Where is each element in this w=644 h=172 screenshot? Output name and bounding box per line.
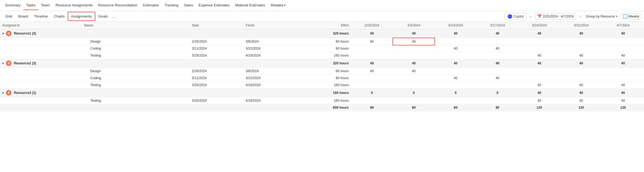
task-date-0-2-0 [351, 52, 393, 59]
header-date-4: 3/24/2024 [518, 22, 560, 29]
resource-name-2: Resource3 (1) [14, 91, 36, 95]
task-date-2-0-0 [351, 97, 393, 104]
task-date-1-2-2 [435, 82, 477, 89]
total-date-5: 120 [560, 104, 602, 111]
subnav-timeline[interactable]: Timeline [31, 12, 51, 21]
task-date-0-1-5 [560, 45, 602, 52]
table-header-row: Assigned to Name Start Finish Effort 2/2… [0, 22, 644, 29]
group-row: ▾ R Resource1 (3) 320 hours 404040404040… [0, 29, 644, 38]
task-effort-0-0: 80 hours [297, 38, 351, 45]
task-date-1-2-3 [477, 82, 519, 89]
resource-badge-2: R [6, 90, 11, 96]
task-assigned-2-0 [0, 97, 82, 104]
task-name-1-1[interactable]: Coding [82, 75, 189, 82]
group-date-0-4: 40 [518, 29, 560, 38]
task-date-2-0-4: 40 [518, 97, 560, 104]
group-date-2-5: 40 [560, 89, 602, 97]
nav-expense-estimates[interactable]: Expense Estimates [196, 1, 232, 10]
task-date-1-0-5 [560, 68, 602, 75]
subnav-board[interactable]: Board [15, 12, 31, 21]
total-row: 800 hours 80808080120120120 [0, 104, 644, 111]
resource-label-0[interactable]: ▾ R Resource1 (3) [0, 29, 82, 38]
task-date-0-0-1[interactable]: 40 [393, 38, 435, 45]
collapse-icon[interactable]: ▾ [2, 32, 4, 35]
total-date-0: 80 [351, 104, 393, 111]
group-date-0-3: 40 [477, 29, 519, 38]
nav-summary[interactable]: Summary [2, 1, 23, 10]
task-name-0-0[interactable]: Design [82, 38, 189, 45]
task-assigned-0-0 [0, 38, 82, 45]
task-date-2-0-6: 40 [602, 97, 644, 104]
task-date-1-1-1 [393, 75, 435, 82]
task-date-0-2-6: 40 [602, 52, 644, 59]
prev-date-button[interactable]: ‹ [528, 13, 533, 20]
nav-resource-reconciliation[interactable]: Resource Reconciliation [96, 1, 140, 10]
task-effort-1-0: 80 hours [297, 68, 351, 75]
task-date-1-0-4 [518, 68, 560, 75]
resource-label-1[interactable]: ▾ R Resource2 (3) [0, 59, 82, 68]
nav-sales[interactable]: Sales [181, 1, 196, 10]
subnav-assignments[interactable]: Assignments [68, 12, 95, 21]
group-name-2 [82, 89, 189, 97]
collapse-icon[interactable]: ▾ [2, 91, 4, 95]
nav-team[interactable]: Team [38, 1, 53, 10]
resource-name-0: Resource1 (3) [14, 32, 36, 35]
task-date-1-2-5: 40 [560, 82, 602, 89]
task-date-2-0-5: 40 [560, 97, 602, 104]
group-date-1-3: 40 [477, 59, 519, 68]
task-name-2-0[interactable]: Testing [82, 97, 189, 104]
task-date-0-2-4: 40 [518, 52, 560, 59]
task-date-1-1-6 [602, 75, 644, 82]
table-row: Coding 3/11/2024 3/22/2024 80 hours 4040 [0, 45, 644, 52]
collapse-icon[interactable]: ▾ [2, 62, 4, 65]
next-date-button[interactable]: › [578, 13, 582, 20]
header-date-2: 3/10/2024 [435, 22, 477, 29]
group-date-0-5: 40 [560, 29, 602, 38]
table-row: Coding 3/11/2024 3/22/2024 80 hours 4040 [0, 75, 644, 82]
task-date-0-1-2: 40 [435, 45, 477, 52]
group-date-2-1: 0 [393, 89, 435, 97]
resource-label-2[interactable]: ▾ R Resource3 (1) [0, 89, 82, 97]
group-name-1 [82, 59, 189, 68]
task-start-1-1: 3/11/2024 [190, 75, 244, 82]
table-row: Testing 3/25/2024 4/19/2024 160 hours 40… [0, 82, 644, 89]
nav-tasks[interactable]: Tasks [23, 1, 38, 10]
nav-resource-assignments[interactable]: Resource Assignments [53, 1, 96, 10]
group-effort-2: 160 hours [297, 89, 351, 97]
weekly-dropdown[interactable]: Weekly [621, 13, 642, 20]
copilot-button[interactable]: Copilot [505, 13, 527, 20]
task-name-1-2[interactable]: Testing [82, 82, 189, 89]
task-effort-0-2: 160 hours [297, 52, 351, 59]
subnav-goals[interactable]: Goals [95, 12, 111, 21]
total-effort: 800 hours [297, 104, 351, 111]
date-range-picker[interactable]: 📅 2/25/2024 - 4/7/2024 [535, 13, 576, 20]
nav-related[interactable]: Related▾ [268, 1, 288, 10]
task-date-0-2-5: 40 [560, 52, 602, 59]
task-date-0-0-5 [560, 38, 602, 45]
task-date-1-0-6 [602, 68, 644, 75]
task-name-1-0[interactable]: Design [82, 68, 189, 75]
task-effort-1-1: 80 hours [297, 75, 351, 82]
group-start-0 [190, 29, 244, 38]
task-date-0-0-3 [477, 38, 519, 45]
group-date-0-1: 40 [393, 29, 435, 38]
task-date-1-2-6: 40 [602, 82, 644, 89]
table-row: Testing 3/25/2024 4/19/2024 160 hours 40… [0, 52, 644, 59]
subnav-charts[interactable]: Charts [51, 12, 68, 21]
task-date-0-1-6 [602, 45, 644, 52]
group-name-0 [82, 29, 189, 38]
chevron-down-icon: ▾ [616, 15, 617, 18]
task-assigned-1-1 [0, 75, 82, 82]
task-name-0-1[interactable]: Coding [82, 45, 189, 52]
nav-estimates[interactable]: Estimates [140, 1, 162, 10]
task-date-1-0-1: 40 [393, 68, 435, 75]
task-date-1-0-2 [435, 68, 477, 75]
subnav-grid[interactable]: Grid [2, 12, 15, 21]
nav-tracking[interactable]: Tracking [162, 1, 181, 10]
task-name-0-2[interactable]: Testing [82, 52, 189, 59]
task-date-0-1-3: 40 [477, 45, 519, 52]
group-by-dropdown[interactable]: Group by Resource ▾ [584, 14, 619, 19]
nav-material-estimates[interactable]: Material Estimates [232, 1, 268, 10]
more-options-icon[interactable]: ... [111, 12, 118, 21]
header-assigned-to: Assigned to [0, 22, 82, 29]
